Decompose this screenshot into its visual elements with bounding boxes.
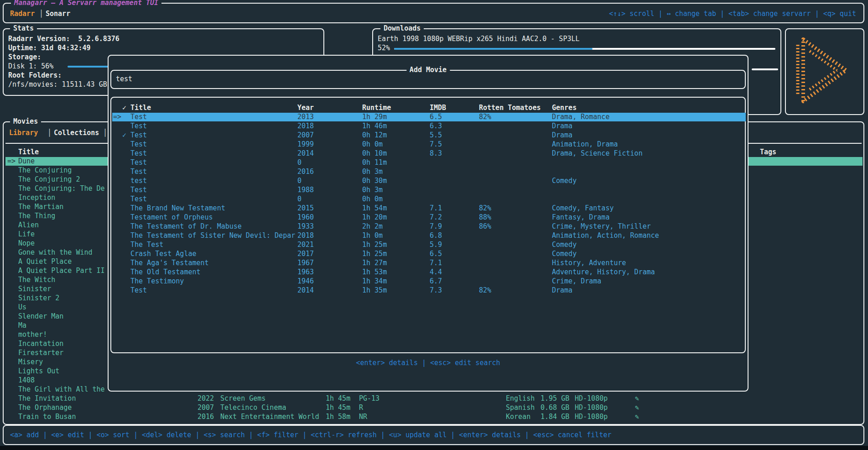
col-imdb: IMDB — [430, 104, 446, 112]
result-cell-title[interactable]: Test — [130, 122, 147, 131]
result-cell-imdb: 5.9 — [430, 241, 442, 249]
library-row-title[interactable]: The Thing — [18, 212, 55, 220]
library-row-title[interactable]: The Invitation — [18, 394, 76, 403]
result-cell-title[interactable]: The Aga's Testament — [130, 259, 209, 267]
col-check: ✓ — [122, 104, 126, 112]
library-row-title[interactable]: Slender Man — [18, 312, 63, 321]
result-cell-title[interactable]: Test — [130, 186, 147, 194]
result-cell-imdb: 7.1 — [430, 259, 442, 267]
library-row-title[interactable]: Sinister 2 — [18, 294, 59, 303]
result-cell-genres: Comedy — [552, 241, 577, 249]
result-cell-title[interactable]: Testament of Orpheus — [130, 213, 213, 222]
stats-version: Radarr Version: 5.2.6.8376 — [8, 35, 120, 43]
library-row-title[interactable]: Alien — [18, 221, 39, 230]
result-cell-imdb: 6.8 — [430, 231, 442, 240]
library-row-title[interactable]: Inception — [18, 194, 55, 202]
library-row-title[interactable]: A Quiet Place Part II — [18, 267, 105, 275]
library-row-title[interactable]: Sinister — [18, 285, 51, 293]
result-cell-runtime: 1h 35m — [362, 286, 387, 295]
tab-collections[interactable]: Collections — [54, 129, 99, 137]
pencil-icon[interactable]: ✎ — [635, 403, 639, 412]
result-cell-runtime: 0h 11m — [362, 158, 387, 167]
result-cell-genres: Animation, Action, Romance — [552, 231, 659, 240]
library-row-title[interactable]: mother! — [18, 330, 47, 339]
library-row-title[interactable]: The Conjuring — [18, 166, 72, 175]
result-cell-runtime: 1h 29m — [362, 113, 387, 121]
library-cell-language: English — [506, 394, 535, 403]
library-row-title[interactable]: The Conjuring: The De — [18, 184, 105, 193]
result-cell-title[interactable]: The Brand New Testament — [130, 204, 225, 213]
result-row-selected[interactable]: =>Test20131h 29m6.582%Drama, Romance — [112, 113, 746, 121]
result-cell-runtime: 1h 53m — [362, 268, 387, 277]
library-row-title[interactable]: Lights Out — [18, 367, 59, 376]
terminal-screen: Managarr – A Servarr management TUI Rada… — [0, 0, 868, 450]
bottom-keybind-bar: <a> add | <e> edit | <o> sort | <del> de… — [3, 425, 864, 445]
library-row-title[interactable]: 1408 — [18, 376, 35, 385]
result-cell-runtime: 1h 34m — [362, 277, 387, 286]
result-cell-title[interactable]: Test — [130, 195, 147, 204]
library-row-title[interactable]: Misery — [18, 358, 43, 366]
library-row-title[interactable]: Firestarter — [18, 349, 63, 357]
result-cell-title[interactable]: Test — [130, 167, 147, 176]
result-cell-runtime: 1h 46m — [362, 122, 387, 131]
result-cell-genres: Adventure, History, Drama — [552, 268, 655, 277]
library-row-title[interactable]: Gone with the Wind — [18, 248, 93, 257]
result-cell-runtime: 2h 2m — [362, 222, 383, 231]
library-row-title[interactable]: Ma — [18, 321, 26, 330]
app-title: Managarr – A Servarr management TUI — [11, 0, 161, 7]
result-cell-title[interactable]: Test — [130, 286, 147, 295]
movie-search-input[interactable]: Add Movie test — [110, 70, 746, 89]
result-cell-year: 1946 — [297, 277, 314, 286]
result-cell-title[interactable]: Test — [130, 158, 147, 167]
pencil-icon[interactable]: ✎ — [635, 413, 639, 421]
stats-title: Stats — [10, 24, 37, 33]
result-cell-title[interactable]: The Testimony — [130, 277, 184, 286]
result-cell-imdb: 8.3 — [430, 149, 442, 158]
library-row-title[interactable]: Nope — [18, 239, 35, 248]
result-cell-year: 2016 — [297, 167, 314, 176]
library-row-title[interactable]: The Witch — [18, 276, 55, 284]
result-cell-title[interactable]: The Testament of Sister New Devil: Depar — [130, 231, 295, 240]
result-cell-genres: Comedy — [552, 177, 577, 185]
check-icon: ✓ — [122, 131, 126, 140]
library-row-title[interactable]: The Conjuring 2 — [18, 175, 80, 184]
library-cell-runtime: 1h 45m — [326, 394, 350, 403]
result-cell-year: 2018 — [297, 231, 314, 240]
library-row-title[interactable]: Life — [18, 230, 35, 239]
library-row-title[interactable]: A Quiet Place — [18, 257, 72, 266]
result-cell-runtime: 0h 3m — [362, 186, 383, 194]
result-cell-title[interactable]: The Old Testament — [130, 268, 201, 277]
col-runtime: Runtime — [362, 104, 391, 112]
result-cell-runtime: 1h 27m — [362, 259, 387, 267]
result-cell-genres: Fantasy, Drama — [552, 213, 609, 222]
movies-tab-separator: │ — [47, 129, 52, 137]
result-cell-title[interactable]: Test — [130, 140, 147, 149]
result-cell-title[interactable]: The Test — [130, 241, 163, 249]
library-cell-year: 2016 — [198, 413, 214, 421]
result-cell-imdb: 7.2 — [430, 213, 442, 222]
result-cell-title[interactable]: Test — [130, 149, 147, 158]
result-cell-imdb: 7.1 — [430, 204, 442, 213]
result-cell-genres: Drama — [552, 122, 572, 131]
library-cell-certification: PG-13 — [359, 394, 379, 403]
library-row-title[interactable]: Train to Busan — [18, 413, 76, 421]
tab-separator: │ — [39, 10, 43, 18]
result-cell-title[interactable]: The Testament of Dr. Mabuse — [130, 222, 242, 231]
result-cell-runtime: 1h 25m — [362, 250, 387, 258]
library-title-header: Title — [18, 148, 39, 157]
result-cell-title[interactable]: Crash Test Aglae — [130, 250, 197, 258]
tab-sonarr[interactable]: Sonarr — [46, 10, 70, 18]
result-cell-title[interactable]: Test — [130, 131, 147, 140]
library-cell-year: 2022 — [198, 394, 214, 403]
result-cell-year: 2013 — [297, 113, 314, 121]
library-row-title[interactable]: Us — [18, 303, 26, 312]
pencil-icon[interactable]: ✎ — [635, 394, 639, 403]
library-row-title[interactable]: Incantation — [18, 340, 63, 348]
result-cell-title[interactable]: test — [130, 177, 147, 185]
library-row-title[interactable]: The Orphanage — [18, 403, 72, 412]
tab-library[interactable]: Library — [9, 129, 38, 137]
result-cell-year: 1988 — [297, 186, 314, 194]
library-row-title[interactable]: The Girl with All the — [18, 385, 105, 394]
tab-radarr[interactable]: Radarr — [10, 10, 35, 18]
library-row-title[interactable]: The Martian — [18, 203, 63, 211]
